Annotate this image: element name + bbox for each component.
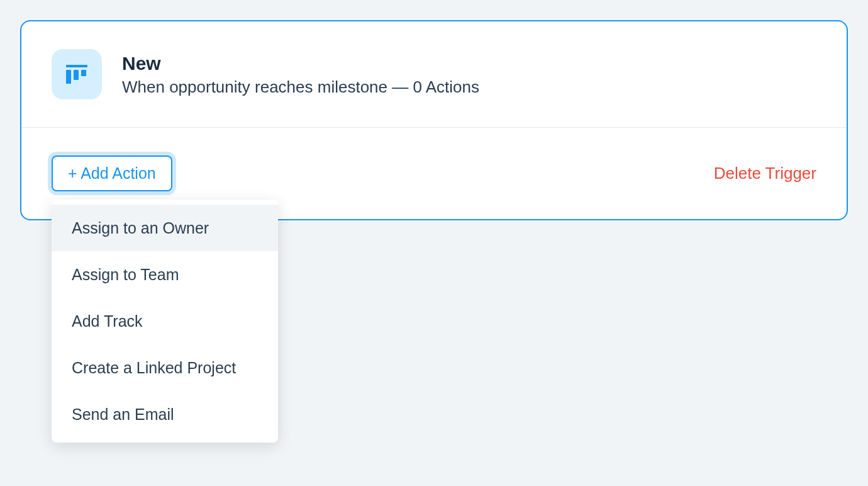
kanban-icon <box>52 49 102 99</box>
trigger-subtitle: When opportunity reaches milestone — 0 A… <box>122 77 479 97</box>
trigger-header: New When opportunity reaches milestone —… <box>21 21 847 128</box>
trigger-card: New When opportunity reaches milestone —… <box>20 20 848 220</box>
add-action-dropdown: Assign to an Owner Assign to Team Add Tr… <box>52 200 278 443</box>
add-action-wrapper: + Add Action Assign to an Owner Assign t… <box>52 155 172 191</box>
delete-trigger-button[interactable]: Delete Trigger <box>714 164 816 183</box>
svg-rect-2 <box>74 70 79 80</box>
dropdown-item-add-track[interactable]: Add Track <box>52 298 278 344</box>
trigger-text: New When opportunity reaches milestone —… <box>122 52 479 97</box>
add-action-button[interactable]: + Add Action <box>52 155 172 191</box>
dropdown-item-create-linked-project[interactable]: Create a Linked Project <box>52 344 278 391</box>
trigger-actions-row: + Add Action Assign to an Owner Assign t… <box>21 128 847 219</box>
dropdown-item-assign-team[interactable]: Assign to Team <box>52 251 278 298</box>
svg-rect-3 <box>81 70 86 76</box>
dropdown-item-send-email[interactable]: Send an Email <box>52 391 278 438</box>
trigger-title: New <box>122 52 479 75</box>
svg-rect-1 <box>66 70 71 84</box>
dropdown-item-assign-owner[interactable]: Assign to an Owner <box>52 205 278 251</box>
svg-rect-0 <box>66 65 87 67</box>
